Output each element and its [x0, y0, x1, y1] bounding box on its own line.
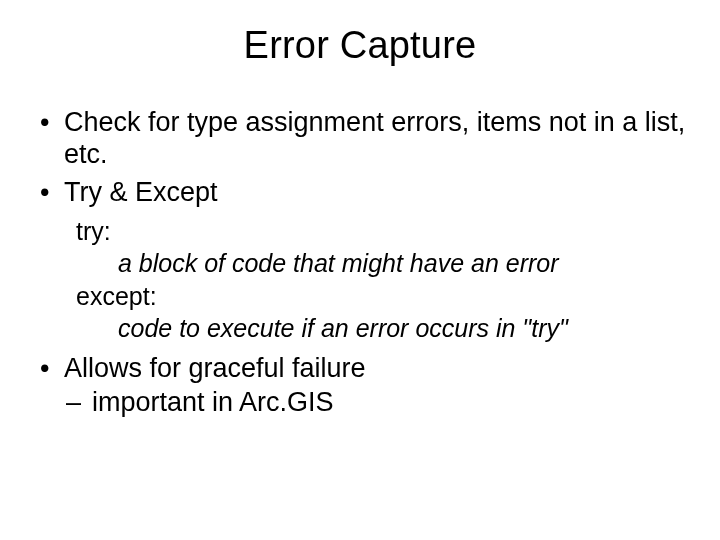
bullet-text: Try & Except — [64, 177, 218, 207]
bullet-list: Allows for graceful failure important in… — [28, 353, 692, 419]
code-block: try: a block of code that might have an … — [76, 215, 692, 345]
slide-title: Error Capture — [28, 24, 692, 67]
code-line: a block of code that might have an error — [76, 247, 692, 280]
code-line: code to execute if an error occurs in "t… — [76, 312, 692, 345]
code-line: except: — [76, 280, 692, 313]
sub-bullet-text: important in Arc.GIS — [92, 387, 334, 417]
sub-bullet-list: important in Arc.GIS — [64, 386, 692, 418]
bullet-item: Allows for graceful failure important in… — [36, 353, 692, 419]
slide: Error Capture Check for type assignment … — [0, 0, 720, 540]
sub-bullet-item: important in Arc.GIS — [64, 386, 692, 418]
code-line: try: — [76, 215, 692, 248]
bullet-list: Check for type assignment errors, items … — [28, 107, 692, 209]
bullet-text: Check for type assignment errors, items … — [64, 107, 685, 169]
bullet-text: Allows for graceful failure — [64, 353, 366, 383]
bullet-item: Try & Except — [36, 177, 692, 209]
bullet-item: Check for type assignment errors, items … — [36, 107, 692, 171]
